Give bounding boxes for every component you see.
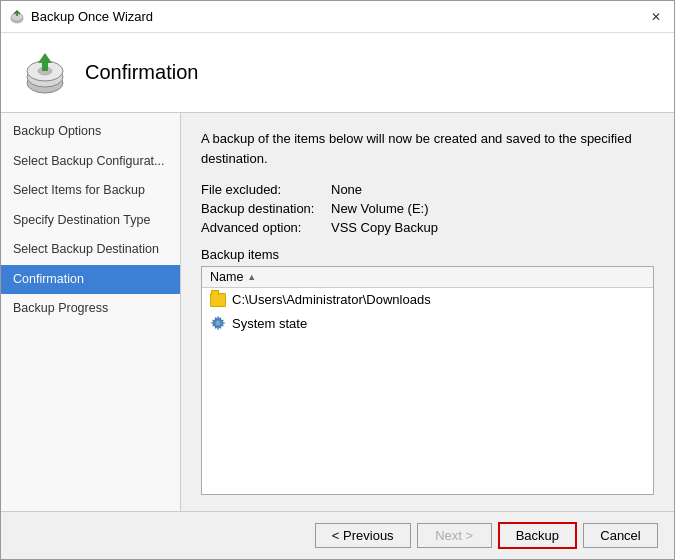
header-icon-wrap bbox=[21, 49, 69, 97]
name-column-header: Name ▲ bbox=[210, 270, 256, 284]
table-row[interactable]: System state bbox=[202, 311, 653, 335]
backup-button[interactable]: Backup bbox=[498, 522, 577, 549]
footer: < Previous Next > Backup Cancel bbox=[1, 511, 674, 559]
sidebar-item-backup-options[interactable]: Backup Options bbox=[1, 117, 180, 147]
description-text: A backup of the items below will now be … bbox=[201, 129, 654, 168]
info-value: New Volume (E:) bbox=[331, 201, 654, 216]
title-bar-left: Backup Once Wizard bbox=[9, 9, 153, 25]
svg-point-9 bbox=[216, 321, 221, 326]
cancel-button[interactable]: Cancel bbox=[583, 523, 658, 548]
info-value: None bbox=[331, 182, 654, 197]
wizard-header: Confirmation bbox=[1, 33, 674, 113]
sidebar-item-select-backup-destination[interactable]: Select Backup Destination bbox=[1, 235, 180, 265]
wizard-window: Backup Once Wizard ✕ Confirmation Backup… bbox=[0, 0, 675, 560]
info-label: Advanced option: bbox=[201, 220, 331, 235]
next-button[interactable]: Next > bbox=[417, 523, 492, 548]
sidebar-item-select-backup-config[interactable]: Select Backup Configurat... bbox=[1, 147, 180, 177]
row-label: System state bbox=[232, 316, 307, 331]
sort-icon: ▲ bbox=[247, 272, 256, 282]
table-row[interactable]: C:\Users\Administrator\Downloads bbox=[202, 288, 653, 311]
info-table: File excluded:NoneBackup destination:New… bbox=[201, 182, 654, 235]
close-button[interactable]: ✕ bbox=[646, 7, 666, 27]
info-value: VSS Copy Backup bbox=[331, 220, 654, 235]
backup-items-table: Name ▲ C:\Users\Administrator\Downloads … bbox=[201, 266, 654, 495]
sidebar-item-specify-destination-type[interactable]: Specify Destination Type bbox=[1, 206, 180, 236]
page-title: Confirmation bbox=[85, 61, 198, 84]
sidebar-item-select-items-for-backup[interactable]: Select Items for Backup bbox=[1, 176, 180, 206]
backup-items-section: Backup items Name ▲ C:\Users\Administrat… bbox=[201, 247, 654, 495]
main-area: Backup OptionsSelect Backup Configurat..… bbox=[1, 113, 674, 511]
table-header: Name ▲ bbox=[202, 267, 653, 288]
header-icon bbox=[21, 49, 69, 97]
system-state-icon bbox=[210, 315, 226, 331]
previous-button[interactable]: < Previous bbox=[315, 523, 411, 548]
app-icon bbox=[9, 9, 25, 25]
window-title: Backup Once Wizard bbox=[31, 9, 153, 24]
window-controls: ✕ bbox=[646, 7, 666, 27]
row-label: C:\Users\Administrator\Downloads bbox=[232, 292, 431, 307]
backup-items-label: Backup items bbox=[201, 247, 654, 262]
sidebar: Backup OptionsSelect Backup Configurat..… bbox=[1, 113, 181, 511]
folder-icon bbox=[210, 293, 226, 307]
sidebar-item-confirmation[interactable]: Confirmation bbox=[1, 265, 180, 295]
content-area: A backup of the items below will now be … bbox=[181, 113, 674, 511]
info-label: Backup destination: bbox=[201, 201, 331, 216]
info-label: File excluded: bbox=[201, 182, 331, 197]
title-bar: Backup Once Wizard ✕ bbox=[1, 1, 674, 33]
sidebar-item-backup-progress[interactable]: Backup Progress bbox=[1, 294, 180, 324]
